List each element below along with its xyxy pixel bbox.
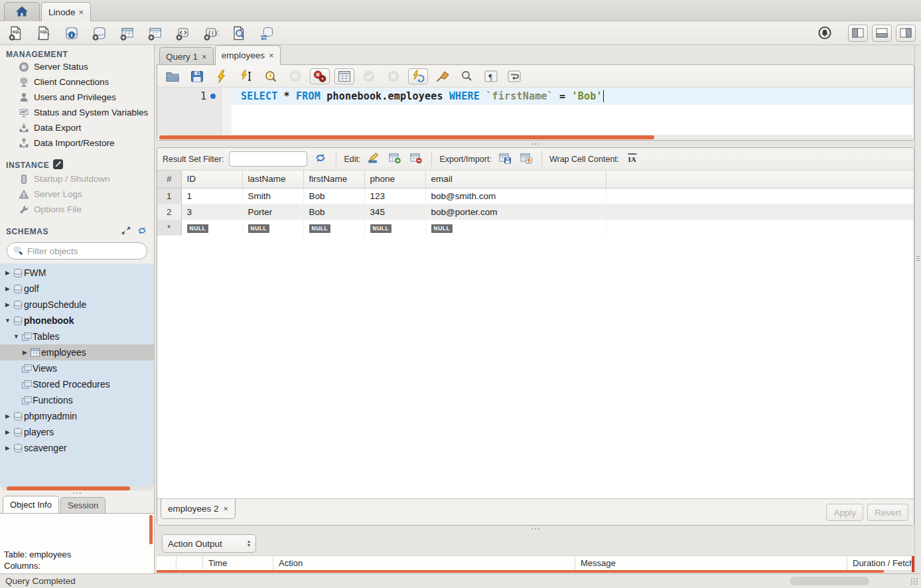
sidebar-item-startup-shutdown[interactable]: Startup / Shutdown [0, 171, 154, 186]
query-tab-employees[interactable]: employees× [215, 45, 281, 65]
tree-item-tables[interactable]: ▼Tables [0, 329, 154, 344]
toggle-word-wrap-button[interactable] [505, 69, 524, 84]
toggle-right-sidebar-button[interactable] [896, 25, 916, 42]
tree-down-arrow-icon[interactable]: ▼ [12, 333, 21, 340]
grid-cell[interactable]: Smith [242, 188, 303, 204]
refresh-resultset-button[interactable] [313, 151, 328, 167]
notifications-button[interactable] [815, 25, 835, 41]
output-hscrollbar[interactable] [790, 577, 869, 585]
revert-button[interactable]: Revert [867, 504, 908, 521]
toggle-stop-on-error-button[interactable] [310, 68, 330, 84]
row-number-cell[interactable]: * [157, 220, 181, 236]
toggle-invisibles-button[interactable]: ¶ [482, 69, 500, 84]
sidebar-item-status-and-system-variables[interactable]: Status and System Variables [0, 105, 154, 120]
sql-statement[interactable]: SELECT * FROM phonebook.employees WHERE … [241, 88, 604, 105]
grid-cell[interactable]: bob@smith.com [425, 188, 606, 204]
toggle-wrap-cell-button[interactable]: IA [624, 151, 640, 167]
column-header-phone[interactable]: phone [364, 171, 425, 188]
tree-item-players[interactable]: ▶players [0, 424, 154, 440]
sidebar-item-data-import-restore[interactable]: Data Import/Restore [0, 135, 154, 151]
toggle-bottom-panel-button[interactable] [872, 25, 892, 42]
grid-cell[interactable]: NULL [303, 220, 364, 236]
row-number-cell[interactable]: 2 [157, 204, 181, 220]
tree-right-arrow-icon[interactable]: ▶ [21, 349, 29, 356]
object-info-scrollbar[interactable] [149, 515, 153, 544]
tree-item-stored-procedures[interactable]: Stored Procedures [0, 376, 154, 392]
create-view-button[interactable] [145, 25, 166, 42]
tree-item-fwm[interactable]: ▶FWM [0, 265, 154, 281]
editor-hscrollbar[interactable] [158, 135, 913, 140]
sql-editor[interactable]: 1 SELECT * FROM phonebook.employees WHER… [157, 88, 914, 135]
tree-item-scavenger[interactable]: ▶scavenger [0, 440, 154, 456]
close-resultset-tab-icon[interactable]: × [224, 504, 229, 513]
close-tab-icon[interactable]: × [202, 52, 207, 61]
inspect-database-button[interactable] [61, 25, 82, 42]
refresh-schemas-icon[interactable] [137, 226, 147, 238]
grid-cell[interactable]: NULL [242, 220, 303, 236]
right-panel-splitter[interactable] [914, 45, 921, 573]
insert-row-button[interactable] [387, 151, 403, 167]
sidebar-item-client-connections[interactable]: Client Connections [0, 74, 154, 90]
query-tab-query-1[interactable]: Query 1× [159, 47, 214, 65]
sidebar-item-server-status[interactable]: Server Status [0, 59, 154, 74]
tree-item-phpmyadmin[interactable]: ▶phpmyadmin [0, 408, 154, 424]
column-header-id[interactable]: ID [181, 171, 242, 188]
editor-result-splitter[interactable] [157, 141, 914, 147]
expand-schemas-icon[interactable] [121, 226, 131, 238]
tree-item-groupschedule[interactable]: ▶groupSchedule [0, 297, 154, 313]
toggle-autocommit-button[interactable] [408, 68, 428, 84]
sidebar-item-data-export[interactable]: Data Export [0, 120, 154, 135]
tree-right-arrow-icon[interactable]: ▶ [3, 285, 12, 292]
stop-execution-button[interactable] [285, 68, 305, 84]
grid-cell[interactable]: 123 [364, 188, 425, 204]
grid-cell[interactable]: bob@porter.com [425, 204, 606, 220]
commit-transaction-button[interactable] [359, 68, 379, 84]
tree-item-phonebook[interactable]: ▼phonebook [0, 313, 154, 329]
resultset-tab-employees-2[interactable]: employees 2 × [161, 499, 236, 519]
schema-filter-input[interactable] [27, 246, 145, 256]
grid-cell[interactable]: NULL [364, 220, 425, 236]
tree-right-arrow-icon[interactable]: ▶ [3, 445, 12, 451]
tree-right-arrow-icon[interactable]: ▶ [3, 413, 12, 419]
limit-rows-button[interactable] [334, 68, 354, 84]
tab-session[interactable]: Session [60, 497, 106, 513]
import-records-button[interactable] [518, 151, 534, 167]
grid-cell[interactable]: Bob [303, 204, 364, 220]
execute-current-statement-button[interactable] [236, 68, 256, 84]
beautify-script-button[interactable] [433, 68, 453, 84]
toggle-left-sidebar-button[interactable] [848, 25, 868, 42]
edit-current-row-button[interactable] [366, 151, 382, 167]
open-sql-script-button[interactable]: SQL [33, 25, 54, 42]
sidebar-item-server-logs[interactable]: Server Logs [0, 186, 154, 202]
grid-cell[interactable]: Bob [303, 188, 364, 204]
tree-down-arrow-icon[interactable]: ▼ [3, 317, 12, 324]
grid-cell[interactable]: Porter [242, 204, 303, 220]
output-selector[interactable]: Action Output ▴▾ [162, 534, 256, 553]
home-tab[interactable] [4, 2, 40, 21]
create-schema-button[interactable] [89, 25, 110, 42]
create-procedure-button[interactable] [173, 25, 194, 42]
close-tab-icon[interactable]: × [269, 51, 274, 60]
column-header-[interactable]: # [157, 171, 181, 188]
grid-cell[interactable]: 345 [364, 204, 425, 220]
create-function-button[interactable]: {()} [200, 25, 222, 42]
reconnect-dbms-button[interactable] [256, 25, 277, 42]
connection-tab-linode[interactable]: Linode × [41, 2, 91, 21]
explain-plan-button[interactable] [261, 68, 281, 84]
column-header-email[interactable]: email [425, 171, 606, 188]
result-filter-input[interactable] [229, 151, 307, 167]
search-table-data-button[interactable] [228, 25, 249, 42]
sidebar-item-users-and-privileges[interactable]: Users and Privileges [0, 90, 154, 105]
tree-item-golf[interactable]: ▶golf [0, 281, 154, 297]
tree-item-views[interactable]: Views [0, 360, 154, 376]
tab-object-info[interactable]: Object Info [3, 496, 59, 513]
close-tab-icon[interactable]: × [79, 8, 84, 17]
rollback-transaction-button[interactable] [384, 68, 403, 84]
grid-cell[interactable]: NULL [425, 220, 606, 236]
grid-cell[interactable]: 1 [181, 188, 242, 204]
find-panel-button[interactable] [457, 68, 477, 84]
grid-cell[interactable]: 3 [181, 204, 242, 220]
result-output-splitter[interactable] [157, 526, 914, 532]
create-table-button[interactable] [117, 25, 138, 42]
grid-cell[interactable]: NULL [181, 220, 242, 236]
